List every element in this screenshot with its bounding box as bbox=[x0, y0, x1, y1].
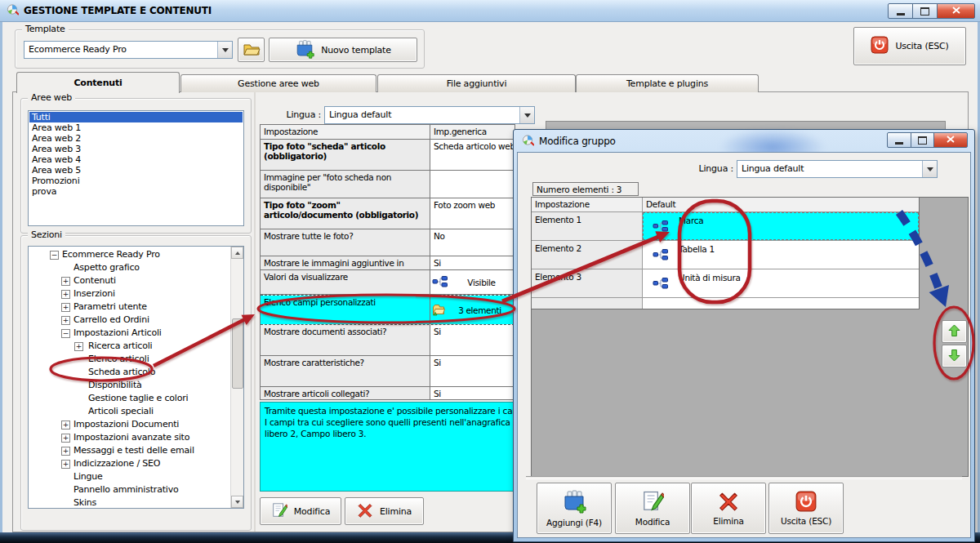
new-template-icon bbox=[295, 39, 314, 61]
tree-item-scheda-articolo[interactable]: Scheda articolo bbox=[29, 366, 230, 379]
tree-item-ecommerce-ready-pro[interactable]: −Ecommerce Ready Pro bbox=[29, 248, 230, 261]
modal-minimize-button[interactable] bbox=[887, 132, 911, 148]
tree-item-parametri-utente[interactable]: +Parametri utente bbox=[29, 300, 230, 314]
settings-row-tipo-foto-scheda-articolo-obbligatorio[interactable]: Tipo foto "scheda" articolo (obbligatori… bbox=[261, 140, 514, 171]
modal-header-default: Default bbox=[643, 198, 919, 211]
tab-file-aggiuntivi[interactable]: File aggiuntivi bbox=[377, 74, 576, 92]
expand-icon[interactable]: + bbox=[61, 290, 70, 299]
aree-web-listbox[interactable]: TuttiArea web 1Area web 2Area web 3Area … bbox=[28, 110, 244, 226]
modal-elimina-button[interactable]: Elimina bbox=[691, 483, 766, 534]
template-dropdown-arrow-icon[interactable] bbox=[217, 42, 232, 58]
element-name: Elemento 3 bbox=[532, 269, 643, 297]
tree-item-impostazioni-articoli[interactable]: −Impostazioni Articoli bbox=[29, 327, 230, 340]
expand-icon[interactable]: + bbox=[61, 447, 70, 456]
aree-web-item-promozioni[interactable]: Promozioni bbox=[29, 176, 243, 186]
modal-modifica-button[interactable]: Modifica bbox=[615, 483, 690, 534]
tree-item-gestione-taglie-e-colori[interactable]: Gestione taglie e colori bbox=[29, 392, 230, 405]
modal-maximize-button[interactable] bbox=[911, 132, 934, 148]
collapse-icon[interactable]: − bbox=[50, 251, 59, 260]
xmark-icon bbox=[718, 491, 739, 514]
scrollbar-thumb[interactable] bbox=[232, 318, 243, 389]
tree-scrollbar[interactable] bbox=[230, 247, 243, 508]
tree-item-label: Parametri utente bbox=[74, 301, 147, 312]
aree-web-item-area-web-5[interactable]: Area web 5 bbox=[29, 165, 243, 176]
tree-item-impostazioni-avanzate-sito[interactable]: +Impostazioni avanzate sito bbox=[29, 431, 230, 444]
aree-web-item-area-web-4[interactable]: Area web 4 bbox=[29, 154, 243, 165]
tree-item-disponibilità[interactable]: Disponibilità bbox=[29, 379, 230, 392]
settings-row-mostrare-documenti-associati[interactable]: Mostrare documenti associati?Si bbox=[261, 325, 514, 356]
settings-row-mostrare-tutte-le-foto[interactable]: Mostrare tutte le foto?No bbox=[261, 229, 514, 256]
expand-icon[interactable]: + bbox=[61, 460, 70, 469]
settings-row-mostrare-le-immagini-aggiuntive-in-galleria[interactable]: Mostrare le immagini aggiuntive in galle… bbox=[261, 256, 514, 270]
move-up-button[interactable] bbox=[942, 320, 967, 343]
move-down-button[interactable] bbox=[942, 345, 967, 367]
template-select[interactable]: Ecommerce Ready Pro bbox=[24, 41, 233, 59]
window-controls bbox=[889, 3, 975, 19]
aree-web-item-prova[interactable]: prova bbox=[29, 186, 243, 197]
setting-value-text: 3 elementi bbox=[447, 305, 513, 315]
expand-icon[interactable]: + bbox=[61, 303, 70, 312]
aree-web-item-area-web-3[interactable]: Area web 3 bbox=[29, 144, 243, 154]
aree-web-item-area-web-2[interactable]: Area web 2 bbox=[29, 133, 243, 144]
minimize-button[interactable] bbox=[888, 3, 913, 19]
modal-close-button[interactable] bbox=[933, 132, 968, 148]
arrow-down-icon bbox=[947, 349, 961, 364]
expand-icon[interactable]: + bbox=[61, 316, 70, 325]
settings-row-mostrare-articoli-collegati[interactable]: Mostrare articoli collegati?Si bbox=[261, 387, 514, 399]
tree-item-lingue[interactable]: Lingue bbox=[29, 470, 230, 483]
collapse-icon[interactable]: − bbox=[61, 329, 70, 338]
modal-lingua-select[interactable]: Lingua default bbox=[737, 160, 938, 178]
elimina-button[interactable]: Elimina bbox=[345, 497, 424, 525]
tree-item-carrello-ed-ordini[interactable]: +Carrello ed Ordini bbox=[29, 314, 230, 327]
modal-uscita-esc-button[interactable]: Uscita (ESC) bbox=[768, 483, 844, 534]
expand-icon[interactable]: + bbox=[74, 342, 83, 351]
info-line: I campi tra cui scegliere sono quelli pr… bbox=[265, 416, 510, 428]
scroll-up-icon[interactable] bbox=[231, 247, 243, 259]
expand-icon[interactable]: + bbox=[61, 277, 70, 286]
modifica-button[interactable]: Modifica bbox=[260, 497, 341, 525]
open-template-button[interactable] bbox=[238, 38, 265, 62]
expand-icon[interactable]: + bbox=[61, 434, 70, 443]
settings-row-valori-da-visualizzare[interactable]: Valori da visualizzareVisibile bbox=[261, 270, 514, 295]
tree-item-pannello-amministrativo[interactable]: Pannello amministrativo bbox=[29, 483, 230, 496]
lingua-dropdown-arrow-icon[interactable] bbox=[519, 107, 534, 123]
tree-item-articoli-speciali[interactable]: Articoli speciali bbox=[29, 405, 230, 418]
modal-lingua-arrow-icon[interactable] bbox=[922, 161, 937, 177]
tree-item-label: Aspetto grafico bbox=[74, 262, 140, 273]
tab-contenuti[interactable]: Contenuti bbox=[16, 72, 180, 93]
element-default bbox=[643, 298, 919, 309]
close-button[interactable] bbox=[937, 3, 975, 19]
tree-item-messaggi-e-testi-delle-email[interactable]: +Messaggi e testi delle email bbox=[29, 444, 230, 457]
exit-button[interactable]: Uscita (ESC) bbox=[853, 27, 966, 65]
tree-item-elenco-articoli[interactable]: Elenco articoli bbox=[29, 353, 230, 366]
settings-row-mostrare-caratteristiche[interactable]: Mostrare caratteristiche?Si bbox=[261, 356, 514, 387]
new-template-button[interactable]: Nuovo template bbox=[269, 38, 417, 62]
tab-template-e-plugins[interactable]: Template e plugins bbox=[576, 74, 759, 92]
aree-web-groupbox: Aree web TuttiArea web 1Area web 2Area w… bbox=[20, 98, 252, 234]
tree-item-indicizzazione-seo[interactable]: +Indicizzazione / SEO bbox=[29, 457, 230, 470]
sezioni-label: Sezioni bbox=[28, 229, 65, 240]
tree-item-contenuti[interactable]: +Contenuti bbox=[29, 274, 230, 287]
aree-web-item-tutti[interactable]: Tutti bbox=[29, 112, 243, 122]
settings-row-elenco-campi-personalizzati[interactable]: Elenco campi personalizzati3 elementi bbox=[261, 295, 514, 325]
main-titlebar[interactable]: GESTIONE TEMPLATE E CONTENUTI bbox=[0, 0, 980, 22]
tab-gestione-aree-web[interactable]: Gestione aree web bbox=[180, 74, 376, 92]
sezioni-tree[interactable]: −Ecommerce Ready ProAspetto grafico+Cont… bbox=[28, 246, 244, 509]
aree-web-item-area-web-1[interactable]: Area web 1 bbox=[29, 122, 243, 133]
app-window: GESTIONE TEMPLATE E CONTENUTI Template E… bbox=[0, 0, 980, 543]
modal-aggiungi-f4-button[interactable]: Aggiungi (F4) bbox=[537, 483, 612, 534]
tree-item-aspetto-grafico[interactable]: Aspetto grafico bbox=[29, 261, 230, 274]
expand-icon[interactable]: + bbox=[61, 421, 70, 430]
modal-row-elemento-2[interactable]: Elemento 2Tabella 1 bbox=[532, 241, 919, 269]
settings-row-tipo-foto-zoom-articolo-documento-obbligatorio[interactable]: Tipo foto "zoom" articolo/documento (obb… bbox=[261, 198, 514, 229]
tree-item-inserzioni[interactable]: +Inserzioni bbox=[29, 287, 230, 300]
maximize-button[interactable] bbox=[912, 3, 938, 19]
modal-row-elemento-3[interactable]: Elemento 3Unità di misura bbox=[532, 269, 919, 298]
settings-row-immagine-per-foto-scheda-non-disponibile[interactable]: Immagine per "foto scheda non disponibil… bbox=[261, 171, 514, 198]
modal-row-elemento-1[interactable]: Elemento 1Marca bbox=[532, 212, 919, 241]
lingua-select[interactable]: Lingua default bbox=[324, 106, 535, 124]
scroll-down-icon[interactable] bbox=[231, 496, 243, 508]
tree-item-skins[interactable]: Skins bbox=[29, 496, 230, 509]
tree-item-impostazioni-documenti[interactable]: +Impostazioni Documenti bbox=[29, 418, 230, 431]
tree-item-ricerca-articoli[interactable]: +Ricerca articoli bbox=[29, 340, 230, 353]
